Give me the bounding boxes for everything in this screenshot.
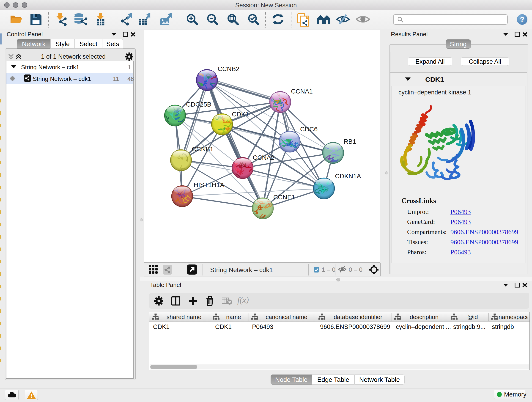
- svg-text:CCNB2: CCNB2: [218, 65, 239, 72]
- svg-text:CCNE1: CCNE1: [273, 194, 295, 201]
- svg-text:CDC25B: CDC25B: [186, 101, 211, 108]
- svg-text:HIST1H1A: HIST1H1A: [194, 181, 224, 188]
- svg-text:RB1: RB1: [344, 138, 356, 145]
- svg-text:CDC6: CDC6: [300, 126, 317, 133]
- svg-text:CCNA2: CCNA2: [253, 154, 274, 161]
- svg-text:CDK1: CDK1: [232, 111, 249, 118]
- svg-text:CCNB1: CCNB1: [192, 146, 214, 153]
- svg-text:CCNA1: CCNA1: [291, 88, 313, 95]
- svg-text:CDKN1A: CDKN1A: [335, 172, 361, 180]
